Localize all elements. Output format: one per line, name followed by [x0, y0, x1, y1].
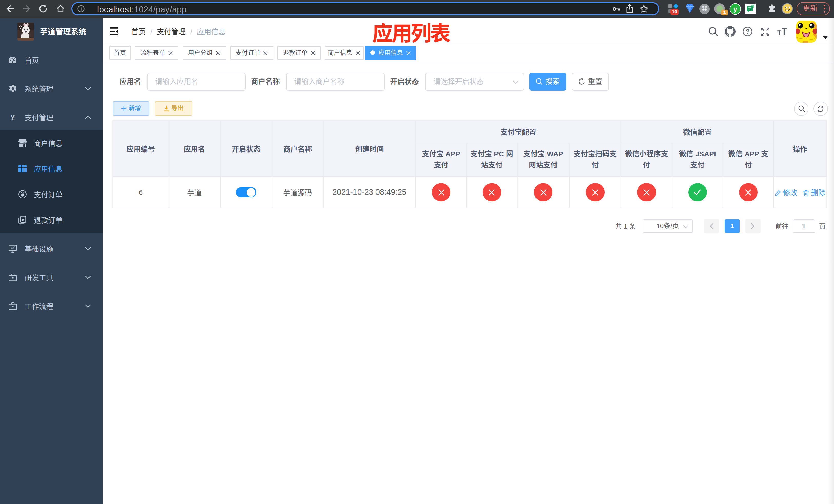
svg-text:?: ? [746, 28, 749, 35]
svg-text:y: y [733, 5, 737, 13]
svg-text:⌘: ⌘ [701, 5, 708, 13]
svg-text:¥: ¥ [10, 113, 15, 121]
